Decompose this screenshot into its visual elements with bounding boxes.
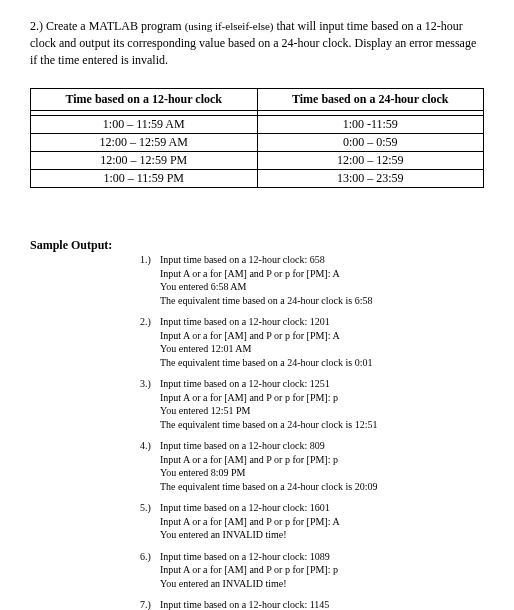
output-number: 2.) [140, 315, 160, 329]
output-line: The equivalent time based on a 24-hour c… [160, 294, 484, 308]
output-line: You entered 12:51 PM [160, 404, 484, 418]
output-line: You entered an INVALID time! [160, 577, 484, 591]
output-first-line: 1.)Input time based on a 12-hour clock: … [140, 253, 484, 267]
cell-24h: 13:00 – 23:59 [257, 170, 484, 188]
output-number: 4.) [140, 439, 160, 453]
problem-hint: (using if-elseif-else) [185, 20, 274, 32]
output-block: 1.)Input time based on a 12-hour clock: … [140, 253, 484, 307]
output-line: Input A or a for [AM] and P or p for [PM… [160, 515, 484, 529]
output-line: You entered an INVALID time! [160, 528, 484, 542]
output-block: 2.)Input time based on a 12-hour clock: … [140, 315, 484, 369]
cell-24h: 12:00 – 12:59 [257, 152, 484, 170]
output-block: 6.)Input time based on a 12-hour clock: … [140, 550, 484, 591]
output-line: Input time based on a 12-hour clock: 125… [160, 377, 330, 391]
problem-text-1: Create a MATLAB program [46, 19, 185, 33]
cell-12h: 1:00 – 11:59 AM [31, 116, 258, 134]
sample-output-section: Sample Output: 1.)Input time based on a … [30, 238, 484, 610]
output-line: You entered 6:58 AM [160, 280, 484, 294]
output-line: Input A or a for [AM] and P or p for [PM… [160, 453, 484, 467]
output-number: 5.) [140, 501, 160, 515]
output-list: 1.)Input time based on a 12-hour clock: … [140, 253, 484, 610]
output-line: Input A or a for [AM] and P or p for [PM… [160, 329, 484, 343]
output-first-line: 4.)Input time based on a 12-hour clock: … [140, 439, 484, 453]
output-line: You entered 8:09 PM [160, 466, 484, 480]
output-block: 7.)Input time based on a 12-hour clock: … [140, 598, 484, 610]
output-number: 3.) [140, 377, 160, 391]
output-line: Input A or a for [AM] and P or p for [PM… [160, 563, 484, 577]
output-block: 5.)Input time based on a 12-hour clock: … [140, 501, 484, 542]
output-number: 6.) [140, 550, 160, 564]
conversion-table: Time based on a 12-hour clock Time based… [30, 88, 484, 188]
output-line: The equivalent time based on a 24-hour c… [160, 356, 484, 370]
output-first-line: 5.)Input time based on a 12-hour clock: … [140, 501, 484, 515]
output-line: Input time based on a 12-hour clock: 120… [160, 315, 330, 329]
cell-12h: 1:00 – 11:59 PM [31, 170, 258, 188]
header-24h: Time based on a 24-hour clock [257, 89, 484, 111]
output-first-line: 3.)Input time based on a 12-hour clock: … [140, 377, 484, 391]
output-line: Input time based on a 12-hour clock: 160… [160, 501, 330, 515]
output-line: You entered 12:01 AM [160, 342, 484, 356]
problem-number: 2.) [30, 19, 43, 33]
table-row: 12:00 – 12:59 AM 0:00 – 0:59 [31, 134, 484, 152]
output-line: Input A or a for [AM] and P or p for [PM… [160, 391, 484, 405]
table-header-row: Time based on a 12-hour clock Time based… [31, 89, 484, 111]
output-number: 1.) [140, 253, 160, 267]
output-first-line: 7.)Input time based on a 12-hour clock: … [140, 598, 484, 610]
output-first-line: 2.)Input time based on a 12-hour clock: … [140, 315, 484, 329]
output-block: 4.)Input time based on a 12-hour clock: … [140, 439, 484, 493]
cell-12h: 12:00 – 12:59 AM [31, 134, 258, 152]
output-line: Input time based on a 12-hour clock: 114… [160, 598, 329, 610]
output-line: Input time based on a 12-hour clock: 809 [160, 439, 325, 453]
output-line: Input time based on a 12-hour clock: 658 [160, 253, 325, 267]
output-line: The equivalent time based on a 24-hour c… [160, 418, 484, 432]
output-number: 7.) [140, 598, 160, 610]
cell-24h: 0:00 – 0:59 [257, 134, 484, 152]
output-line: Input time based on a 12-hour clock: 108… [160, 550, 330, 564]
output-block: 3.)Input time based on a 12-hour clock: … [140, 377, 484, 431]
table-row: 1:00 – 11:59 AM 1:00 -11:59 [31, 116, 484, 134]
table-row: 1:00 – 11:59 PM 13:00 – 23:59 [31, 170, 484, 188]
output-line: Input A or a for [AM] and P or p for [PM… [160, 267, 484, 281]
table-row: 12:00 – 12:59 PM 12:00 – 12:59 [31, 152, 484, 170]
cell-24h: 1:00 -11:59 [257, 116, 484, 134]
problem-statement: 2.) Create a MATLAB program (using if-el… [30, 18, 484, 68]
output-line: The equivalent time based on a 24-hour c… [160, 480, 484, 494]
header-12h: Time based on a 12-hour clock [31, 89, 258, 111]
sample-output-label: Sample Output: [30, 238, 484, 253]
cell-12h: 12:00 – 12:59 PM [31, 152, 258, 170]
output-first-line: 6.)Input time based on a 12-hour clock: … [140, 550, 484, 564]
